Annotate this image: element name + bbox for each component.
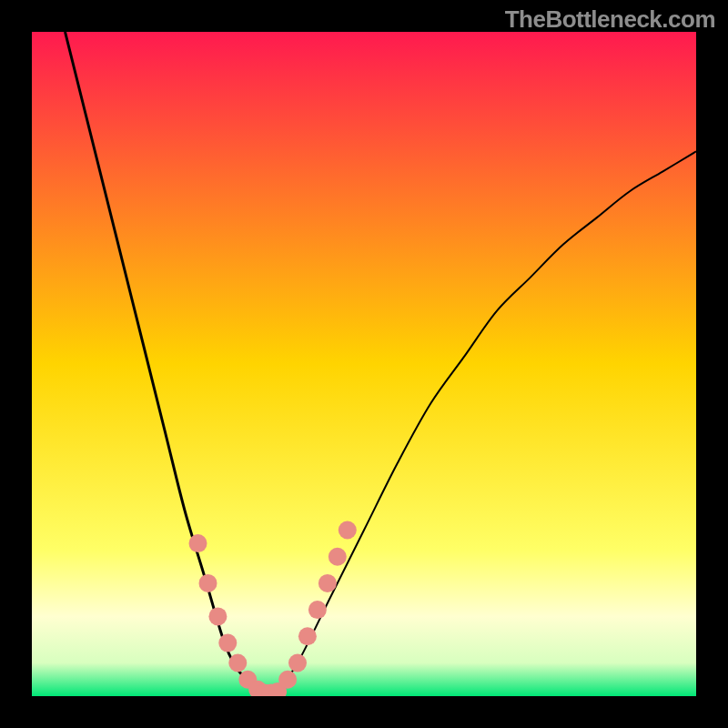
data-marker <box>218 634 237 652</box>
data-marker <box>189 534 207 552</box>
data-marker <box>208 607 227 625</box>
data-marker <box>228 654 247 672</box>
plot-area <box>32 32 696 696</box>
data-marker <box>199 574 217 592</box>
bottleneck-chart <box>32 32 696 696</box>
data-marker <box>298 627 317 645</box>
data-marker <box>278 671 297 689</box>
gradient-background <box>32 32 696 696</box>
data-marker <box>288 654 307 672</box>
watermark-text: TheBottleneck.com <box>505 5 715 34</box>
data-marker <box>318 574 337 592</box>
data-marker <box>339 521 357 540</box>
chart-frame: TheBottleneck.com <box>0 0 728 728</box>
data-marker <box>308 601 327 619</box>
data-marker <box>329 548 347 566</box>
